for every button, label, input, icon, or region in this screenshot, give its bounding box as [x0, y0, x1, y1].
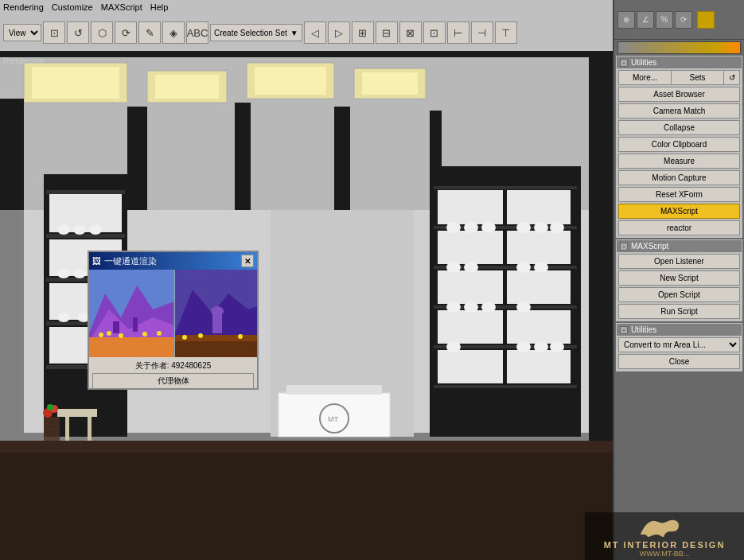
svg-point-28 [57, 225, 70, 235]
svg-rect-5 [155, 75, 219, 99]
svg-point-59 [446, 262, 461, 273]
tb-btn-11[interactable]: ⊟ [376, 21, 398, 44]
tb-btn-7[interactable]: ABC [186, 21, 208, 44]
svg-point-69 [534, 341, 548, 352]
svg-rect-47 [438, 270, 503, 304]
svg-rect-42 [434, 385, 577, 388]
measure-button[interactable]: Measure [618, 154, 740, 169]
color-bar[interactable] [617, 41, 741, 54]
svg-point-29 [73, 225, 86, 235]
svg-point-58 [550, 222, 564, 233]
tb-btn-2[interactable]: ↺ [67, 21, 89, 44]
svg-point-99 [157, 331, 162, 336]
maxscript-section: - MAXScript Open Listener New Script Ope… [616, 239, 742, 321]
svg-rect-13 [235, 103, 251, 210]
tb-btn-16[interactable]: ⊤ [495, 21, 517, 44]
svg-rect-104 [212, 313, 222, 333]
maxscript-collapse-btn[interactable]: - [620, 243, 628, 251]
watermark: MT INTERIOR DESIGN WWW.MT-BB... [585, 512, 744, 560]
collapse-button[interactable]: Collapse [618, 120, 740, 135]
menu-rendering[interactable]: Rendering [3, 2, 44, 12]
svg-rect-50 [507, 310, 571, 344]
tb-btn-1[interactable]: ⊡ [43, 21, 65, 44]
svg-point-107 [198, 333, 203, 338]
svg-rect-80 [0, 441, 613, 453]
svg-point-108 [238, 334, 243, 339]
svg-point-61 [516, 262, 531, 273]
view-select[interactable]: View [3, 24, 41, 41]
tb-btn-8[interactable]: ◁ [304, 21, 326, 44]
utilities2-collapse-btn[interactable]: - [620, 326, 628, 334]
svg-text:MT: MT [328, 415, 338, 423]
svg-rect-9 [362, 72, 418, 95]
tb-btn-6[interactable]: ◈ [162, 21, 185, 44]
tb-btn-15[interactable]: ⊣ [471, 21, 493, 44]
refresh-button[interactable]: ↺ [724, 70, 740, 85]
rt-btn-angle[interactable]: ∠ [637, 11, 654, 29]
dialog-image-area [89, 270, 257, 357]
tb-btn-12[interactable]: ⊠ [399, 21, 422, 44]
svg-point-54 [464, 222, 478, 233]
rt-btn-spinner[interactable]: ⟳ [675, 11, 692, 29]
rt-btn-accent[interactable] [697, 11, 715, 29]
dialog-proxy-label[interactable]: 代理物体 [92, 373, 254, 389]
utilities-collapse-btn[interactable]: - [620, 59, 628, 67]
tb-btn-14[interactable]: ⊢ [447, 21, 469, 44]
sets-button[interactable]: Sets [672, 70, 724, 85]
svg-rect-11 [0, 99, 24, 210]
menu-help[interactable]: Help [150, 2, 169, 12]
menu-customize[interactable]: Customize [52, 2, 93, 12]
svg-point-105 [211, 306, 224, 316]
svg-rect-72 [286, 385, 382, 395]
open-listener-button[interactable]: Open Listener [618, 254, 740, 269]
rt-btn-snap[interactable]: ⊕ [617, 11, 635, 29]
dialog-close-button[interactable]: ✕ [241, 255, 254, 267]
svg-rect-43 [438, 190, 503, 224]
new-script-button[interactable]: New Script [618, 270, 740, 286]
svg-rect-46 [507, 231, 571, 264]
utilities2-section: - Utilities Convert to mr Area Li... Clo… [616, 323, 742, 371]
close-button[interactable]: Close [618, 354, 740, 369]
svg-point-63 [446, 301, 461, 313]
tb-btn-3[interactable]: ⬡ [91, 21, 113, 44]
reactor-button[interactable]: reactor [618, 220, 740, 235]
tb-btn-13[interactable]: ⊡ [423, 21, 446, 44]
tb-btn-10[interactable]: ⊞ [352, 21, 374, 44]
right-panel: ⊕ ∠ % ⟳ - Utilities More... Sets ↺ Asset… [613, 0, 744, 560]
svg-rect-92 [89, 337, 174, 357]
maxscript-utilities-button[interactable]: MAXScript [618, 204, 740, 219]
convert-dropdown[interactable]: Convert to mr Area Li... [618, 337, 740, 352]
create-selection-set-dropdown[interactable]: Create Selection Set ▼ [210, 24, 302, 41]
svg-rect-93 [113, 321, 119, 333]
tb-btn-4[interactable]: ⟳ [115, 21, 137, 44]
svg-rect-7 [255, 67, 326, 95]
svg-rect-94 [133, 317, 138, 332]
run-script-button[interactable]: Run Script [618, 304, 740, 319]
motion-capture-button[interactable]: Motion Capture [618, 170, 740, 185]
svg-point-68 [516, 341, 531, 352]
menu-maxscript[interactable]: MAXScript [101, 2, 142, 12]
svg-point-67 [446, 341, 461, 352]
svg-point-95 [99, 332, 103, 337]
tb-btn-9[interactable]: ▷ [328, 21, 350, 44]
more-button[interactable]: More... [618, 70, 672, 85]
svg-point-57 [534, 222, 548, 233]
watermark-horse-icon [633, 515, 696, 539]
svg-rect-37 [434, 186, 577, 189]
svg-rect-12 [127, 107, 147, 210]
svg-rect-52 [507, 350, 571, 383]
color-clipboard-button[interactable]: Color Clipboard [618, 137, 740, 152]
camera-match-button[interactable]: Camera Match [618, 103, 740, 119]
rt-btn-percent[interactable]: % [656, 11, 673, 29]
tb-btn-5[interactable]: ✎ [138, 21, 161, 44]
reset-xform-button[interactable]: Reset XForm [618, 187, 740, 202]
svg-point-55 [481, 222, 496, 233]
convert-dropdown-row: Convert to mr Area Li... [618, 337, 740, 352]
open-script-button[interactable]: Open Script [618, 287, 740, 302]
svg-rect-51 [438, 350, 503, 383]
svg-rect-14 [334, 107, 350, 210]
asset-browser-button[interactable]: Asset Browser [618, 87, 740, 102]
svg-rect-10 [0, 51, 613, 57]
svg-point-86 [47, 404, 53, 410]
dialog-svg [89, 270, 257, 357]
